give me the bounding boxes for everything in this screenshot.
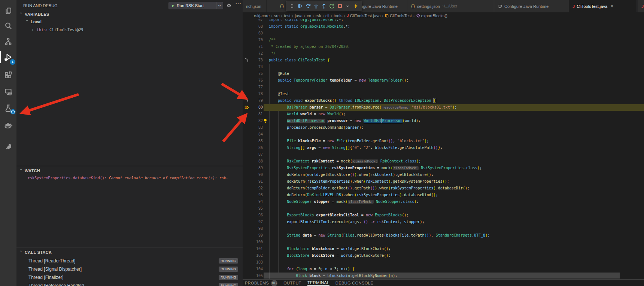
tab-Configure Java Runtime[interactable]: Configure Java Runtime (494, 0, 569, 12)
stop-chevron-button[interactable] (344, 1, 352, 10)
call-stack-thread-row[interactable]: Thread [Signal Dispatcher]RUNNING (16, 265, 243, 273)
breadcrumb-item-cli[interactable]: cli (325, 13, 329, 18)
step-over-button[interactable] (304, 1, 312, 10)
code-line-84[interactable]: 84 (243, 131, 644, 138)
line-number[interactable]: 101 (249, 246, 263, 252)
line-number[interactable]: 80 (249, 104, 263, 111)
variables-scope-local[interactable]: › Local (25, 19, 42, 24)
code-line-85[interactable]: 85 File blocksFile = new File(tempFolder… (243, 138, 644, 144)
line-number[interactable]: 78 (249, 91, 263, 97)
code-editor[interactable]: 67import static org.junit.Assert.*;68imp… (243, 0, 644, 279)
code-line-75[interactable]: 75 @Rule (243, 70, 644, 77)
code-line-71[interactable]: 71 * Created by ajlopez on 26/04/2020. (243, 43, 644, 50)
explorer-activity-item[interactable] (0, 3, 16, 19)
line-number[interactable]: 77 (249, 84, 263, 91)
run-config-button[interactable]: ▶ Run RSK Start › (168, 2, 223, 9)
breadcrumb-item-co[interactable]: co (307, 13, 311, 18)
line-number[interactable]: 93 (249, 192, 263, 198)
source-control-activity-item[interactable] (0, 34, 16, 49)
code-line-103[interactable]: 103 (243, 259, 644, 266)
search-activity-item[interactable] (0, 18, 16, 34)
code-line-91[interactable]: 91 doReturn(rskSystemProperties).when(rs… (243, 178, 644, 185)
code-line-70[interactable]: 70/** (243, 37, 644, 43)
line-number[interactable]: 86 (249, 144, 263, 151)
line-number[interactable]: 69 (249, 30, 263, 37)
code-line-93[interactable]: 93 doReturn(DbKind.LEVEL_DB).when(rskSys… (243, 192, 644, 198)
call-stack-thread-row[interactable]: Thread [ReaderThread]RUNNING (16, 257, 243, 265)
line-number[interactable]: 79 (249, 97, 263, 104)
breadcrumb-item-exportBlocks()[interactable]: exportBlocks() (416, 13, 447, 18)
call-stack-thread-row[interactable]: Thread [Reference Handler]RUNNING (16, 282, 243, 286)
restart-button[interactable] (328, 1, 335, 10)
code-line-72[interactable]: 72 */ (243, 50, 644, 57)
line-number[interactable]: 81 (249, 111, 263, 118)
panel-tab-problems[interactable]: PROBLEMS1K+ (245, 280, 277, 286)
line-number[interactable]: 82 (249, 118, 263, 124)
code-line-77[interactable]: 77 (243, 84, 644, 91)
line-number[interactable]: 85 (249, 138, 263, 144)
code-line-92[interactable]: 92 doReturn(tempFolder.getRoot().getPath… (243, 185, 644, 192)
code-line-88[interactable]: 88 RskContext rskContext = mock(classToM… (243, 158, 644, 165)
code-line-100[interactable]: 100 (243, 239, 644, 246)
remote-explorer-activity-item[interactable] (0, 84, 16, 100)
code-line-78[interactable]: 78 @Test (243, 91, 644, 97)
code-line-102[interactable]: 102 BlockStore blockStore = world.getBlo… (243, 252, 644, 259)
more-actions-icon[interactable]: ··· (236, 1, 242, 6)
code-line-99[interactable]: 99 String data = new String(Files.readAl… (243, 232, 644, 239)
gear-icon[interactable] (226, 3, 232, 10)
breadcrumb-item-test[interactable]: test (284, 13, 291, 18)
code-line-74[interactable]: 74 (243, 64, 644, 70)
tab-nch.json[interactable]: nch.json (243, 0, 267, 12)
line-number[interactable]: 83 (249, 124, 263, 131)
breadcrumb-item-java[interactable]: java (295, 13, 303, 18)
line-number[interactable]: 90 (249, 171, 263, 178)
line-number[interactable]: 96 (249, 212, 263, 219)
code-line-97[interactable]: 97 exportBlocksCliTool.execute(args, () … (243, 219, 644, 225)
variable-this[interactable]: › this: CliToolsTest@29 (31, 27, 83, 32)
code-line-95[interactable]: 95 (243, 205, 644, 212)
chevron-down-icon[interactable]: › (216, 2, 223, 9)
line-number[interactable]: 97 (249, 219, 263, 225)
line-number[interactable]: 94 (249, 198, 263, 205)
breadcrumb-item-CliToolsTest.java[interactable]: JCliToolsTest.java (347, 13, 380, 18)
line-number[interactable]: 105 (249, 273, 263, 279)
run-and-debug-activity-item[interactable]: 1 (0, 49, 16, 65)
tab-partial-5[interactable]: J (638, 0, 644, 12)
code-line-82[interactable]: 82 WorldDslProcessor processor = new Wor… (243, 118, 644, 124)
line-number[interactable]: 87 (249, 151, 263, 158)
code-line-81[interactable]: 81 World world = new World(); (243, 111, 644, 118)
code-line-98[interactable]: 98 (243, 225, 644, 232)
line-number[interactable]: 89 (249, 165, 263, 171)
breadcrumb-item-src[interactable]: src (274, 13, 280, 18)
breadcrumb-item-tools[interactable]: tools (334, 13, 342, 18)
horizontal-scrollbar[interactable] (264, 273, 620, 279)
line-number[interactable]: 70 (249, 37, 263, 43)
code-line-68[interactable]: 68import static org.mockito.Mockito.*; (243, 23, 644, 30)
line-number[interactable]: 73 (249, 57, 263, 64)
line-number[interactable]: 75 (249, 70, 263, 77)
code-line-80[interactable]: 80 DslParser parser = DslParser.fromReso… (243, 104, 644, 111)
line-number[interactable]: 74 (249, 64, 263, 70)
panel-tab-debug-console[interactable]: DEBUG CONSOLE (335, 280, 373, 286)
line-number[interactable]: 95 (249, 205, 263, 212)
breadcrumb-item-rskj-core[interactable]: rskj-core (254, 13, 270, 18)
code-line-89[interactable]: 89 RskSystemProperties rskSystemProperti… (243, 165, 644, 171)
variables-section-header[interactable]: › VARIABLES (19, 12, 49, 16)
code-line-104[interactable]: 104 for (long n = 0; n < 3; n++) { (243, 266, 644, 273)
line-number[interactable]: 103 (249, 259, 263, 266)
code-line-69[interactable]: 69 (243, 30, 644, 37)
breadcrumb-item-rsk[interactable]: rsk (316, 13, 321, 18)
breadcrumb-item-CliToolsTest[interactable]: CliToolsTest (385, 13, 412, 18)
code-line-86[interactable]: 86 String[] args = new String[]{"0", "2"… (243, 144, 644, 151)
gradle-activity-item[interactable] (0, 139, 16, 154)
drag-handle-button[interactable] (288, 1, 296, 10)
call-stack-section-header[interactable]: › CALL STACK (19, 250, 243, 255)
code-line-83[interactable]: 83 processor.processCommands(parser); (243, 124, 644, 131)
tab-CliToolsTest.java[interactable]: JCliToolsTest.java× (569, 0, 637, 12)
watch-expression[interactable]: rskSystemProperties.databaseKind(): Cann… (28, 176, 237, 180)
panel-tab-terminal[interactable]: TERMINAL (307, 280, 329, 286)
close-icon[interactable]: × (611, 4, 613, 9)
code-line-79[interactable]: 79 public void exportBlocks() throws IOE… (243, 97, 644, 104)
hot-code-replace-button[interactable] (352, 1, 359, 10)
line-number[interactable]: 104 (249, 266, 263, 273)
